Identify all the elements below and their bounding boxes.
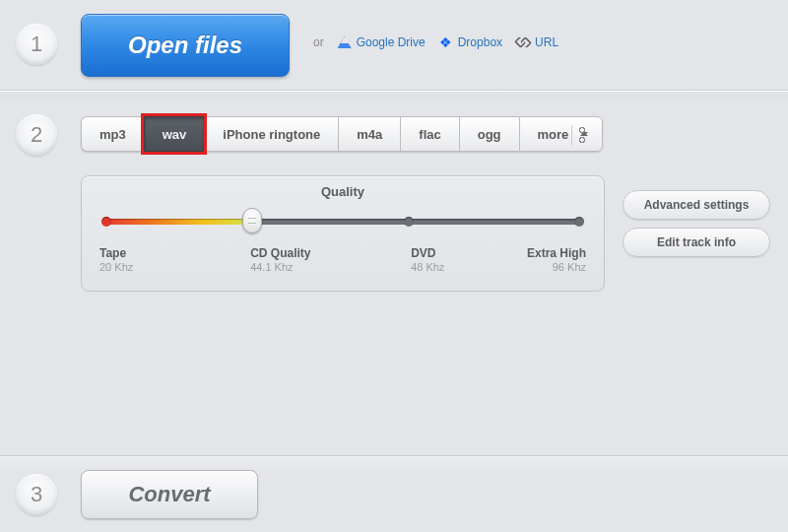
edit-track-info-button[interactable]: Edit track info <box>623 228 770 257</box>
source-google-drive[interactable]: Google Drive <box>338 35 426 49</box>
quality-label-cd: CD Quality 44.1 Khz <box>250 246 396 274</box>
slider-stop-extrahigh <box>574 217 584 227</box>
format-flac[interactable]: flac <box>400 116 458 152</box>
slider-stop-tape <box>101 217 111 227</box>
format-m4a[interactable]: m4a <box>338 116 400 152</box>
dropbox-icon <box>439 36 453 48</box>
format-iphone-ringtone[interactable]: iPhone ringtone <box>204 116 338 152</box>
source-row: or Google Drive Dropbox URL <box>313 35 558 49</box>
quality-label-tape: Tape 20 Khz <box>99 246 187 274</box>
quality-slider[interactable] <box>105 213 580 231</box>
url-label: URL <box>535 35 558 49</box>
quality-label-dvd: DVD 48 Khz <box>411 246 518 274</box>
format-more-label: more <box>538 127 569 142</box>
slider-track-fill <box>105 219 252 225</box>
format-wav[interactable]: wav <box>144 116 205 152</box>
dropbox-label: Dropbox <box>458 35 502 49</box>
source-url[interactable]: URL <box>516 35 558 49</box>
google-drive-label: Google Drive <box>357 35 426 49</box>
step-3-convert: 3 Convert <box>0 455 788 532</box>
step-number-3: 3 <box>16 474 57 515</box>
or-label: or <box>313 35 324 49</box>
step-number-1: 1 <box>16 24 57 65</box>
quality-label-extrahigh: Extra High 96 Khz <box>518 246 586 274</box>
quality-title: Quality <box>99 184 586 199</box>
quality-panel: Quality Tape 20 Khz CD Quality 44.1 Khz … <box>81 175 605 292</box>
format-mp3[interactable]: mp3 <box>81 116 144 152</box>
quality-labels: Tape 20 Khz CD Quality 44.1 Khz DVD 48 K… <box>99 246 586 274</box>
slider-thumb[interactable] <box>242 208 262 233</box>
convert-button[interactable]: Convert <box>81 470 258 519</box>
step-2-format: 2 mp3 wav iPhone ringtone m4a flac ogg m… <box>0 91 788 455</box>
chevron-updown-icon <box>580 132 588 140</box>
format-more-dropdown[interactable]: more <box>519 116 604 152</box>
slider-stop-dvd <box>404 217 414 227</box>
advanced-settings-button[interactable]: Advanced settings <box>623 190 770 220</box>
step-number-2: 2 <box>16 114 57 156</box>
step-1-open: 1 Open files or Google Drive Dropbox URL <box>0 0 788 91</box>
format-ogg[interactable]: ogg <box>459 116 519 152</box>
google-drive-icon <box>338 36 352 48</box>
format-tab-bar: mp3 wav iPhone ringtone m4a flac ogg mor… <box>81 116 603 152</box>
source-dropbox[interactable]: Dropbox <box>439 35 502 49</box>
open-files-button[interactable]: Open files <box>81 14 290 77</box>
link-icon <box>516 36 530 48</box>
